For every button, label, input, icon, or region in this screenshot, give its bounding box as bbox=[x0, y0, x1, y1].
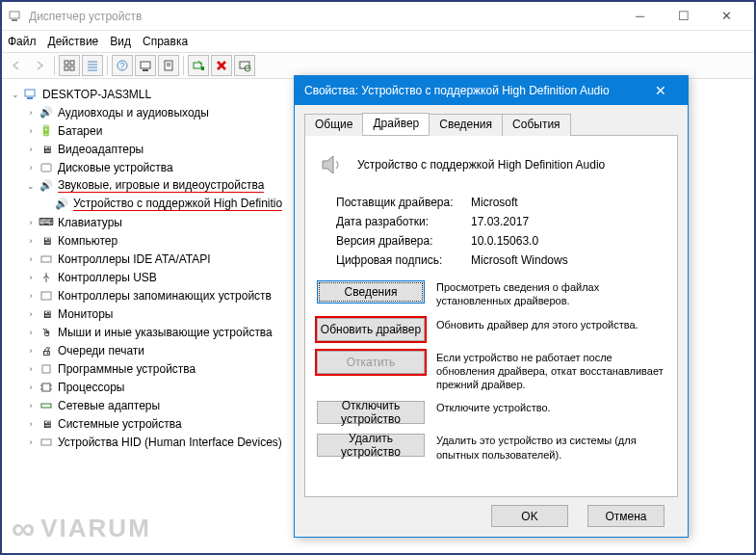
chevron-right-icon[interactable]: › bbox=[25, 345, 37, 357]
hid-icon bbox=[39, 435, 54, 450]
uninstall-device-button[interactable]: Удалить устройство bbox=[317, 434, 425, 457]
tab-driver[interactable]: Драйвер bbox=[362, 113, 430, 135]
svg-rect-1 bbox=[12, 19, 17, 21]
tool-scan[interactable] bbox=[135, 55, 156, 76]
main-titlebar: Диспетчер устройств ─ ☐ ✕ bbox=[2, 2, 754, 31]
svg-rect-2 bbox=[65, 61, 68, 65]
svg-rect-32 bbox=[41, 404, 51, 408]
svg-rect-25 bbox=[41, 292, 51, 300]
dialog-panel: Устройство с поддержкой High Definition … bbox=[304, 135, 678, 497]
mouse-icon: 🖱 bbox=[39, 325, 54, 340]
audio-icon: 🔊 bbox=[39, 105, 54, 120]
chevron-right-icon[interactable]: › bbox=[25, 235, 37, 247]
chevron-right-icon[interactable]: › bbox=[25, 363, 37, 375]
monitor-icon: 🖥 bbox=[39, 306, 54, 322]
chevron-right-icon[interactable]: › bbox=[25, 125, 37, 137]
chevron-right-icon[interactable]: › bbox=[25, 327, 37, 338]
value-version: 10.0.15063.0 bbox=[471, 234, 665, 248]
chevron-right-icon[interactable]: › bbox=[25, 308, 37, 320]
desc-disable: Отключите устройство. bbox=[436, 401, 665, 414]
chevron-right-icon[interactable]: › bbox=[25, 272, 37, 283]
label-signer: Цифровая подпись: bbox=[336, 253, 471, 267]
desc-update: Обновить драйвер для этого устройства. bbox=[436, 318, 665, 331]
chevron-right-icon[interactable]: › bbox=[25, 107, 37, 119]
tool-back[interactable] bbox=[6, 55, 27, 76]
speaker-icon bbox=[317, 149, 348, 180]
value-date: 17.03.2017 bbox=[471, 215, 665, 228]
device-name: Устройство с поддержкой High Definition … bbox=[357, 158, 605, 172]
minimize-button[interactable]: ─ bbox=[618, 3, 662, 30]
chevron-right-icon[interactable]: › bbox=[25, 290, 37, 302]
printer-icon: 🖨 bbox=[39, 343, 54, 358]
dialog-tabs: Общие Драйвер Сведения События bbox=[304, 113, 678, 135]
dialog-titlebar[interactable]: Свойства: Устройство с поддержкой High D… bbox=[295, 76, 688, 105]
chevron-right-icon[interactable]: › bbox=[25, 162, 37, 173]
svg-rect-4 bbox=[65, 66, 68, 70]
battery-icon: 🔋 bbox=[39, 123, 54, 139]
svg-rect-17 bbox=[194, 63, 201, 68]
device-manager-icon bbox=[8, 9, 23, 24]
maximize-button[interactable]: ☐ bbox=[662, 3, 705, 30]
chevron-right-icon[interactable]: › bbox=[25, 144, 37, 155]
tool-view-grid[interactable] bbox=[59, 55, 80, 76]
value-signer: Microsoft Windows bbox=[471, 253, 665, 267]
label-date: Дата разработки: bbox=[336, 215, 471, 228]
tool-view-details[interactable] bbox=[82, 55, 103, 76]
menu-help[interactable]: Справка bbox=[143, 35, 188, 48]
svg-rect-33 bbox=[41, 439, 51, 445]
dialog-close-button[interactable]: ✕ bbox=[643, 77, 678, 104]
cancel-button[interactable]: Отмена bbox=[587, 505, 665, 527]
svg-rect-12 bbox=[141, 62, 150, 68]
desc-rollback: Если устройство не работает после обновл… bbox=[436, 351, 665, 392]
desc-uninstall: Удалить это устройство из системы (для о… bbox=[436, 434, 665, 462]
watermark: ∞VIARUM bbox=[12, 510, 151, 547]
chevron-right-icon[interactable]: › bbox=[25, 253, 37, 265]
speaker-icon: 🔊 bbox=[54, 197, 69, 212]
chevron-right-icon[interactable]: › bbox=[25, 418, 37, 430]
svg-rect-26 bbox=[42, 365, 50, 373]
menu-view[interactable]: Вид bbox=[110, 35, 131, 48]
ok-button[interactable]: OK bbox=[491, 505, 568, 527]
chevron-down-icon[interactable]: ⌄ bbox=[25, 180, 37, 192]
tool-uninstall[interactable] bbox=[211, 55, 232, 76]
speaker-icon: 🔊 bbox=[39, 178, 54, 194]
menu-file[interactable]: Файл bbox=[8, 35, 37, 48]
update-driver-button[interactable]: Обновить драйвер bbox=[317, 318, 425, 341]
tool-properties[interactable] bbox=[158, 55, 179, 76]
software-icon bbox=[39, 361, 54, 377]
svg-rect-27 bbox=[42, 383, 50, 391]
svg-rect-24 bbox=[41, 256, 51, 262]
controller-icon bbox=[39, 251, 54, 267]
tool-update-driver[interactable] bbox=[188, 55, 209, 76]
chevron-right-icon[interactable]: › bbox=[25, 436, 37, 448]
system-icon: 🖥 bbox=[39, 416, 54, 432]
svg-rect-5 bbox=[70, 66, 74, 70]
tool-help[interactable]: ? bbox=[112, 55, 133, 76]
value-provider: Microsoft bbox=[471, 196, 665, 209]
chevron-down-icon[interactable]: ⌄ bbox=[10, 89, 21, 100]
svg-rect-3 bbox=[70, 61, 74, 65]
svg-rect-23 bbox=[41, 164, 51, 172]
tab-details[interactable]: Сведения bbox=[429, 114, 503, 136]
disable-device-button[interactable]: Отключить устройство bbox=[317, 401, 425, 424]
svg-rect-22 bbox=[27, 97, 33, 99]
menu-action[interactable]: Действие bbox=[48, 35, 99, 48]
svg-text:?: ? bbox=[119, 61, 124, 70]
disk-icon bbox=[39, 160, 54, 175]
svg-rect-21 bbox=[25, 90, 35, 96]
driver-details-button[interactable]: Сведения bbox=[317, 280, 425, 304]
chevron-right-icon[interactable]: › bbox=[25, 217, 37, 228]
tool-refresh[interactable] bbox=[234, 55, 255, 76]
tab-general[interactable]: Общие bbox=[304, 114, 363, 136]
svg-rect-13 bbox=[143, 69, 148, 71]
usb-icon bbox=[39, 270, 54, 285]
tool-forward[interactable] bbox=[29, 55, 50, 76]
chevron-right-icon[interactable]: › bbox=[25, 382, 37, 393]
close-button[interactable]: ✕ bbox=[705, 3, 748, 30]
label-provider: Поставщик драйвера: bbox=[336, 196, 471, 209]
storage-icon bbox=[39, 288, 54, 304]
chevron-right-icon[interactable]: › bbox=[25, 400, 37, 411]
rollback-driver-button[interactable]: Откатить bbox=[317, 351, 425, 374]
menubar: Файл Действие Вид Справка bbox=[2, 31, 754, 52]
tab-events[interactable]: События bbox=[502, 114, 571, 136]
